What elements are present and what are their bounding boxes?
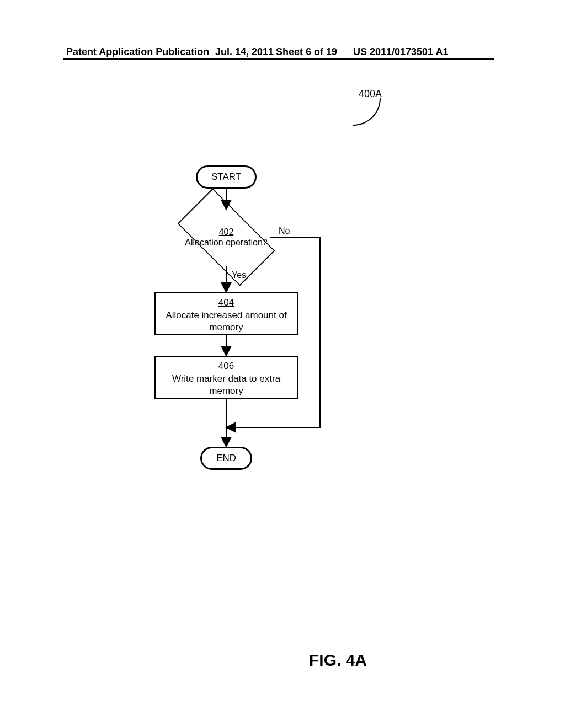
process-404: 404 Allocate increased amount of memory (154, 292, 298, 335)
terminator-end: END (200, 447, 252, 470)
refnum-arc (353, 98, 381, 126)
decision-402-ref: 402 (219, 227, 234, 237)
figure-label: FIG. 4A (309, 651, 367, 670)
process-404-ref: 404 (160, 297, 292, 308)
decision-yes-label: Yes (232, 270, 246, 280)
diagram-canvas: 400A START 402 Allocation operation? No … (0, 0, 565, 728)
process-404-text: Allocate increased amount of memory (166, 310, 286, 332)
terminator-start-label: START (211, 172, 241, 183)
process-406: 406 Write marker data to extra memory (154, 356, 298, 399)
decision-no-label: No (279, 226, 290, 236)
terminator-start: START (196, 165, 257, 189)
decision-402: 402 Allocation operation? (182, 204, 270, 270)
terminator-end-label: END (216, 453, 236, 464)
process-406-ref: 406 (160, 360, 292, 372)
decision-402-text: Allocation operation? (185, 237, 267, 248)
process-406-text: Write marker data to extra memory (172, 373, 280, 395)
